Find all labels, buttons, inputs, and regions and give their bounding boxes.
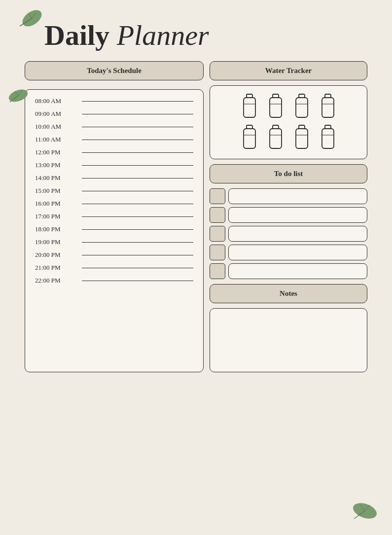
time-label-10: 18:00 PM [35,225,77,233]
time-row-11: 19:00 PM [35,238,193,246]
time-line-11 [82,242,193,243]
time-row-13: 21:00 PM [35,264,193,272]
time-line-12 [82,255,193,255]
svg-rect-18 [322,98,334,117]
leaf-mid-left-icon [7,86,30,105]
svg-rect-8 [247,94,252,98]
bottle-icon-4[interactable] [319,93,337,120]
time-row-9: 17:00 PM [35,213,193,220]
svg-rect-29 [325,125,331,129]
svg-rect-20 [247,125,252,129]
svg-rect-27 [296,129,308,148]
time-label-9: 17:00 PM [35,213,77,220]
todo-checkbox-1[interactable] [210,188,225,204]
todo-item-5 [210,263,367,279]
svg-rect-26 [299,125,305,129]
todo-input-3[interactable] [228,226,367,242]
time-line-0 [82,101,193,102]
bottle-icon-3[interactable] [292,93,311,120]
bottle-icon-8[interactable] [319,124,337,151]
bottle-icon-7[interactable] [292,124,311,151]
schedule-column: 08:00 AM09:00 AM10:00 AM11:00 AM12:00 PM… [25,85,204,372]
schedule-panel: 08:00 AM09:00 AM10:00 AM11:00 AM12:00 PM… [25,89,204,372]
notes-panel[interactable] [210,308,367,372]
todo-header: To do list [210,164,367,183]
schedule-header: Today's Schedule [25,61,204,80]
water-tracker-panel [210,85,367,159]
svg-rect-21 [244,129,255,148]
todo-checkbox-4[interactable] [210,245,225,260]
svg-rect-30 [322,129,334,148]
time-label-13: 21:00 PM [35,264,77,272]
time-line-5 [82,165,193,166]
time-line-9 [82,216,193,217]
time-row-7: 15:00 PM [35,187,193,195]
bottle-row-top [240,93,337,120]
svg-rect-24 [270,129,282,148]
time-line-14 [82,281,193,281]
todo-input-5[interactable] [228,263,367,279]
bottle-icon-5[interactable] [240,124,259,151]
svg-rect-12 [270,98,282,117]
time-line-10 [82,229,193,230]
time-row-12: 20:00 PM [35,251,193,259]
time-row-1: 09:00 AM [35,110,193,118]
todo-input-1[interactable] [228,188,367,204]
time-label-7: 15:00 PM [35,187,77,195]
time-row-4: 12:00 PM [35,148,193,156]
svg-rect-9 [244,98,255,117]
svg-rect-11 [273,94,279,98]
time-line-7 [82,191,193,191]
headers-row: Today's Schedule Water Tracker [25,61,367,80]
todo-checkbox-5[interactable] [210,263,225,279]
todo-checkbox-2[interactable] [210,207,225,223]
time-label-8: 16:00 PM [35,200,77,208]
leaf-bottom-right-icon [350,499,380,523]
todo-item-3 [210,226,367,242]
todo-item-1 [210,188,367,204]
bottle-icon-1[interactable] [240,93,259,120]
main-layout: 08:00 AM09:00 AM10:00 AM11:00 AM12:00 PM… [25,85,367,372]
svg-rect-15 [296,98,308,117]
water-tracker-header: Water Tracker [210,61,367,80]
bottle-icon-6[interactable] [266,124,285,151]
todo-input-4[interactable] [228,245,367,260]
time-row-6: 14:00 PM [35,174,193,182]
todo-input-2[interactable] [228,207,367,223]
time-label-5: 13:00 PM [35,161,77,169]
time-line-2 [82,127,193,127]
time-label-0: 08:00 AM [35,97,77,105]
time-label-4: 12:00 PM [35,148,77,156]
title-italic: Planner [117,19,209,51]
time-line-6 [82,178,193,178]
time-line-8 [82,204,193,204]
time-label-12: 20:00 PM [35,251,77,259]
time-label-2: 10:00 AM [35,123,77,131]
svg-rect-14 [299,94,305,98]
time-row-0: 08:00 AM [35,97,193,105]
time-row-14: 22:00 PM [35,277,193,285]
time-line-3 [82,140,193,140]
time-label-3: 11:00 AM [35,136,77,143]
todo-item-2 [210,207,367,223]
svg-rect-17 [325,94,331,98]
svg-rect-23 [273,125,279,129]
page: Daily Planner Today's Schedule Water Tra… [10,10,382,525]
todo-checkbox-3[interactable] [210,226,225,242]
time-label-14: 22:00 PM [35,277,77,285]
time-row-8: 16:00 PM [35,200,193,208]
bottle-icon-2[interactable] [266,93,285,120]
notes-header: Notes [210,284,367,303]
time-row-3: 11:00 AM [35,136,193,143]
todo-item-4 [210,245,367,260]
time-label-1: 09:00 AM [35,110,77,118]
time-line-13 [82,268,193,268]
time-label-6: 14:00 PM [35,174,77,182]
page-title: Daily Planner [44,20,367,51]
todo-panel [210,188,367,279]
time-row-2: 10:00 AM [35,123,193,131]
time-row-5: 13:00 PM [35,161,193,169]
time-line-1 [82,114,193,114]
bottle-row-bottom [240,124,337,151]
title-regular: Daily [44,19,117,51]
